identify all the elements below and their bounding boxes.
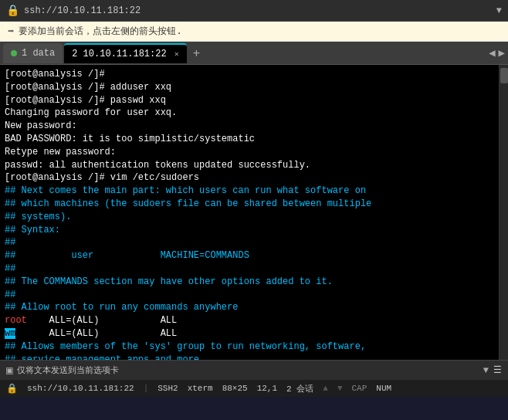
lock-icon: 🔒	[6, 4, 19, 17]
title-text: ssh://10.10.11.181:22	[24, 5, 492, 16]
vim-line: ## service management apps and more.	[5, 354, 494, 360]
vim-line: ## user MACHINE=COMMANDS	[5, 249, 494, 262]
dropdown-arrow-icon[interactable]: ▼	[496, 5, 502, 16]
vim-line-wm: wm ALL=(ALL) ALL	[5, 327, 494, 340]
vim-line: ## which machines (the sudoers file can …	[5, 198, 494, 211]
terminal-line: New password:	[5, 120, 494, 133]
bottom-num: NUM	[376, 384, 391, 393]
tab-nav-left-icon[interactable]: ◀	[489, 46, 495, 59]
terminal[interactable]: [root@analysis /]# [root@analysis /]# ad…	[0, 65, 499, 360]
terminal-line: Retype new password:	[5, 146, 494, 159]
vim-line: ##	[5, 289, 494, 302]
tab-1-label: 1 data	[22, 48, 55, 59]
terminal-line: [root@analysis /]# adduser xxq	[5, 81, 494, 94]
title-bar: 🔒 ssh://10.10.11.181:22 ▼	[0, 0, 508, 22]
bottom-caps: CAP	[352, 384, 367, 393]
vim-line: ##	[5, 236, 494, 249]
terminal-container: [root@analysis /]# [root@analysis /]# ad…	[0, 65, 508, 360]
scrollbar-thumb[interactable]	[500, 68, 508, 83]
terminal-line: [root@analysis /]# vim /etc/sudoers	[5, 171, 494, 185]
bottom-sessions: 2 会话	[286, 383, 313, 395]
vim-line: ## Allows members of the 'sys' group to …	[5, 340, 494, 354]
vim-line: ## Syntax:	[5, 224, 494, 237]
vim-line: ## Allow root to run any commands anywhe…	[5, 301, 494, 314]
status-bar: ▣ 仅将文本发送到当前选项卡 ▼ ☰	[0, 360, 508, 380]
arrow-right-icon: ➡	[8, 25, 14, 38]
tab-close-icon[interactable]: ✕	[174, 49, 179, 59]
vim-line: ## Next comes the main part: which users…	[5, 185, 494, 198]
info-bar: ➡ 要添加当前会话，点击左侧的箭头按钮.	[0, 22, 508, 42]
tab-dot-icon	[11, 50, 17, 56]
tab-nav-right-icon[interactable]: ▶	[499, 46, 505, 59]
vim-line: ##	[5, 262, 494, 276]
scrollbar[interactable]	[499, 65, 508, 360]
tab-bar: 1 data 2 10.10.11.181:22 ✕ + ◀ ▶	[0, 42, 508, 65]
bottom-protocol: SSH2	[157, 384, 178, 393]
tab-navigation: ◀ ▶	[489, 46, 505, 59]
status-terminal-icon: ▣	[6, 364, 12, 377]
tab-1[interactable]: 1 data	[3, 43, 63, 63]
vim-line: ## systems).	[5, 211, 494, 224]
terminal-line: [root@analysis /]# passwd xxq	[5, 94, 494, 107]
bottom-position: 12,1	[257, 384, 277, 393]
tab-2[interactable]: 2 10.10.11.181:22 ✕	[64, 43, 186, 63]
new-tab-button[interactable]: +	[188, 46, 205, 60]
bottom-bar: 🔒 ssh://10.10.11.181:22 | SSH2 xterm 88×…	[0, 380, 508, 397]
info-text: 要添加当前会话，点击左侧的箭头按钮.	[19, 25, 181, 38]
terminal-line: passwd: all authentication tokens update…	[5, 159, 494, 172]
status-menu-icon[interactable]: ☰	[493, 364, 502, 376]
status-dropdown-icon[interactable]: ▼	[483, 365, 489, 376]
status-text: 仅将文本发送到当前选项卡	[17, 364, 478, 376]
tab-2-label: 2 10.10.11.181:22	[72, 49, 166, 59]
bottom-lock-icon: 🔒	[6, 383, 18, 395]
terminal-line: BAD PASSWORD: it is too simplistic/syste…	[5, 133, 494, 146]
vim-line-root: root ALL=(ALL) ALL	[5, 314, 494, 327]
bottom-size: 88×25	[222, 384, 248, 393]
vim-line: ## The COMMANDS section may have other o…	[5, 276, 494, 289]
terminal-line: Changing password for user xxq.	[5, 107, 494, 120]
bottom-terminal-type: xterm	[188, 384, 213, 393]
bottom-host: ssh://10.10.11.181:22	[27, 384, 134, 393]
terminal-line: [root@analysis /]#	[5, 68, 494, 81]
